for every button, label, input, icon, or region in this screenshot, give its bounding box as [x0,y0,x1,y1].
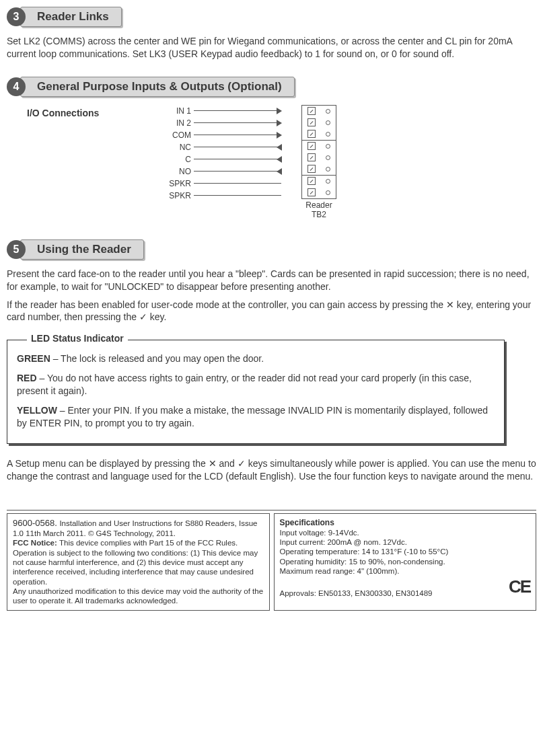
led-status-title: LED Status Indicator [27,333,128,344]
arrow-left-icon [194,171,281,172]
pin-label: NO [161,167,194,176]
spec-line: Maximum read range: 4" (100mm). [280,566,531,576]
screw-terminal-icon [307,153,316,161]
step-title-5: Using the Reader [20,239,144,260]
footer-right: Specifications Input voltage: 9-14Vdc. I… [274,513,537,611]
tb-caption-2: TB2 [312,210,326,219]
led-yellow-text: – Enter your PIN. If you make a mistake,… [17,405,488,428]
wire-hole-icon [326,109,330,114]
text: and [217,458,238,469]
spec-line: Input current: 200mA @ nom. 12Vdc. [280,537,531,547]
arrow-left-icon [194,159,281,159]
screw-terminal-icon [307,142,316,150]
led-yellow-label: YELLOW [17,405,57,416]
line-icon [194,183,281,184]
check-icon: ✓ [139,311,147,322]
wire-hole-icon [326,155,330,160]
led-green-label: GREEN [17,353,50,364]
tb-caption-1: Reader [305,200,332,210]
spec-line: Input voltage: 9-14Vdc. [280,528,531,537]
pin-label: NC [161,143,194,152]
section-5-para2: If the reader has been enabled for user-… [7,299,536,324]
section-5-para1: Present the card face-on to the reader u… [7,268,536,293]
section-4-header: 4 General Purpose Inputs & Outputs (Opti… [7,77,536,97]
section-5-header: 5 Using the Reader [7,239,536,260]
led-red-text: – You do not have access rights to gain … [17,373,472,396]
step-title-4: General Purpose Inputs & Outputs (Option… [20,77,295,97]
wire-hole-icon [326,132,330,137]
terminal-block [301,105,336,199]
wire-hole-icon [326,190,330,195]
step-number-3: 3 [7,7,26,26]
led-status-box: LED Status Indicator GREEN – The lock is… [7,340,505,443]
spec-line: Operating temperature: 14 to 131°F (-10 … [280,547,531,556]
step-title-3: Reader Links [20,7,122,27]
step-number-5: 5 [7,240,26,259]
setup-menu-text: A Setup menu can be displayed by pressin… [7,457,536,483]
pin-label: IN 1 [161,106,194,116]
text: A Setup menu can be displayed by pressin… [7,458,209,469]
pin-label: SPKR [161,191,194,200]
spec-line: Approvals: EN50133, EN300330, EN301489 [280,589,433,598]
arrow-right-icon [194,122,281,123]
wire-hole-icon [326,144,330,149]
screw-terminal-icon [307,118,316,126]
screw-terminal-icon [307,177,316,185]
text: If the reader has been enabled for user-… [7,299,446,310]
doc-number: 9600-0568. [13,518,59,528]
footer-left: 9600-0568. Installation and User Instruc… [7,513,270,611]
section-3-body: Set LK2 (COMMS) across the center and WE… [7,35,536,61]
section-3-header: 3 Reader Links [7,7,536,27]
footer: 9600-0568. Installation and User Instruc… [7,510,536,611]
io-connections-diagram: I/O Connections IN 1 IN 2 COM NC C NO SP… [7,105,536,219]
pin-label: C [161,155,194,164]
line-icon [194,195,281,196]
check-icon: ✓ [238,458,246,469]
led-green-text: – The lock is released and you may open … [50,353,264,364]
arrow-left-icon [194,147,281,147]
text: key. [147,311,167,322]
cross-icon: ✕ [209,458,217,469]
wire-hole-icon [326,120,330,125]
screw-terminal-icon [307,165,316,173]
step-number-4: 4 [7,77,26,96]
pin-label: COM [161,130,194,140]
io-connections-label: I/O Connections [27,108,99,118]
mod-text: Any unauthorized modification to this de… [13,587,263,605]
pin-label: IN 2 [161,118,194,128]
screw-terminal-icon [307,130,316,138]
led-red-label: RED [17,373,37,383]
wire-hole-icon [326,167,330,172]
specs-header: Specifications [280,518,531,528]
screw-terminal-icon [307,107,316,115]
cross-icon: ✕ [446,299,454,310]
screw-terminal-icon [307,188,316,196]
ce-mark-icon: CE [509,576,530,598]
wire-hole-icon [326,179,330,184]
arrow-right-icon [194,135,281,135]
arrow-right-icon [194,110,281,111]
spec-line: Operating humidity: 15 to 90%, non-conde… [280,557,531,566]
pin-label: SPKR [161,179,194,188]
fcc-label: FCC Notice: [13,539,59,547]
